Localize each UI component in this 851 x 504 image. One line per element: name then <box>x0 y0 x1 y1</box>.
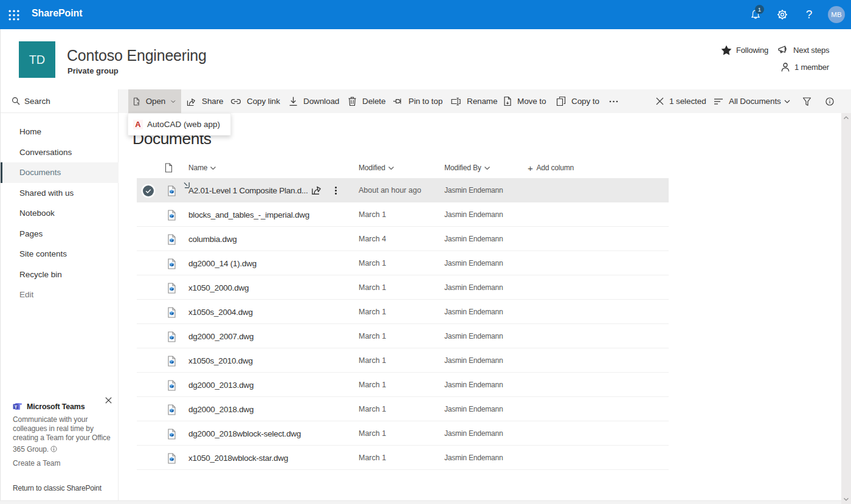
svg-text:T: T <box>15 404 18 410</box>
